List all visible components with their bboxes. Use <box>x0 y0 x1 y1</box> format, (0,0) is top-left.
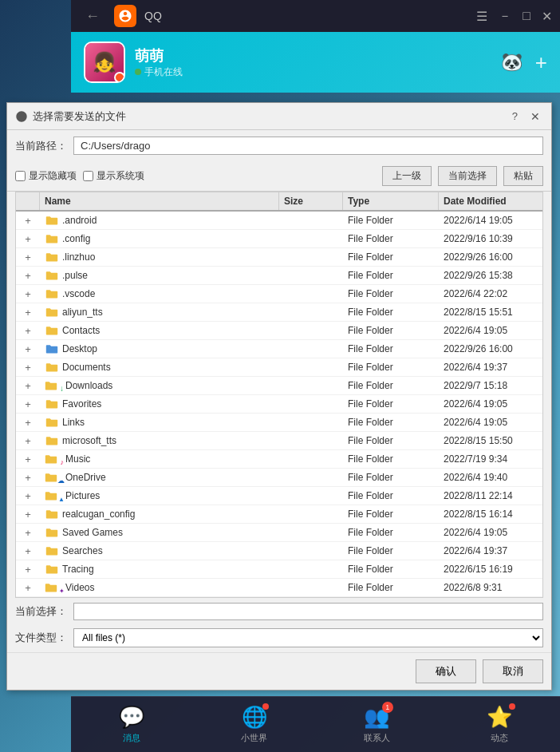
name-cell[interactable]: ♪Music <box>40 450 279 468</box>
add-cell[interactable]: + <box>16 303 40 321</box>
name-cell[interactable]: .config <box>40 230 279 247</box>
add-icon[interactable]: + <box>25 325 31 337</box>
add-cell[interactable]: + <box>16 414 40 431</box>
add-cell[interactable]: + <box>16 487 40 505</box>
name-cell[interactable]: Links <box>40 414 279 431</box>
add-cell[interactable]: + <box>16 432 40 449</box>
name-cell[interactable]: .linzhuo <box>40 248 279 266</box>
table-row[interactable]: + Tracing File Folder 2022/6/15 16:19 <box>16 560 542 579</box>
table-row[interactable]: + Saved Games File Folder 2022/6/4 19:05 <box>16 524 542 542</box>
table-row[interactable]: + ↓Downloads File Folder 2022/9/7 15:18 <box>16 377 542 395</box>
add-cell[interactable]: + <box>16 469 40 486</box>
table-row[interactable]: + Documents File Folder 2022/6/4 19:37 <box>16 358 542 377</box>
table-row[interactable]: + ✦Videos File Folder 2022/6/8 9:31 <box>16 579 542 597</box>
show-hidden-input[interactable] <box>15 171 26 181</box>
close-button[interactable]: ✕ <box>542 9 552 24</box>
tab-messages[interactable]: 💬 消息 <box>109 702 154 747</box>
add-icon[interactable]: + <box>25 215 31 227</box>
maximize-button[interactable]: □ <box>523 9 530 23</box>
name-cell[interactable]: ✦Videos <box>40 579 279 596</box>
current-select-input[interactable] <box>73 603 543 620</box>
table-row[interactable]: + .vscode File Folder 2022/6/4 22:02 <box>16 285 542 303</box>
menu-icon[interactable]: ☰ <box>476 9 487 24</box>
name-cell[interactable]: Tracing <box>40 560 279 578</box>
add-icon[interactable]: + <box>25 398 31 410</box>
name-cell[interactable]: Searches <box>40 542 279 560</box>
table-row[interactable]: + Favorites File Folder 2022/6/4 19:05 <box>16 395 542 414</box>
add-cell[interactable]: + <box>16 542 40 560</box>
add-cell[interactable]: + <box>16 285 40 303</box>
show-hidden-checkbox[interactable]: 显示隐藏项 <box>15 169 77 183</box>
name-cell[interactable]: .pulse <box>40 267 279 284</box>
name-cell[interactable]: .vscode <box>40 285 279 303</box>
col-header-date[interactable]: Date Modified <box>439 192 542 210</box>
table-row[interactable]: + Searches File Folder 2022/6/4 19:37 <box>16 542 542 560</box>
add-icon[interactable]: + <box>25 362 31 374</box>
back-button[interactable]: ← <box>79 5 106 28</box>
add-cell[interactable]: + <box>16 267 40 284</box>
table-row[interactable]: + .config File Folder 2022/9/16 10:39 <box>16 230 542 248</box>
table-row[interactable]: + microsoft_tts File Folder 2022/8/15 15… <box>16 432 542 450</box>
add-icon[interactable]: + <box>25 545 31 557</box>
add-cell[interactable]: + <box>16 230 40 247</box>
add-cell[interactable]: + <box>16 212 40 229</box>
show-system-input[interactable] <box>83 171 93 181</box>
table-row[interactable]: + aliyun_tts File Folder 2022/8/15 15:51 <box>16 303 542 322</box>
table-row[interactable]: + .pulse File Folder 2022/9/26 15:38 <box>16 267 542 285</box>
add-icon[interactable]: + <box>25 343 31 355</box>
name-cell[interactable]: Documents <box>40 358 279 376</box>
add-cell[interactable]: + <box>16 358 40 376</box>
tab-world[interactable]: 🌐 小世界 <box>231 702 277 747</box>
name-cell[interactable]: ↓Downloads <box>40 377 279 394</box>
table-row[interactable]: + .linzhuo File Folder 2022/9/26 16:00 <box>16 248 542 267</box>
profile-icon[interactable]: 🐼 <box>501 52 523 73</box>
name-cell[interactable]: Contacts <box>40 322 279 339</box>
add-icon[interactable]: + <box>25 527 31 539</box>
dialog-help-button[interactable]: ? <box>512 110 518 122</box>
add-icon[interactable]: + <box>25 472 31 484</box>
file-type-select[interactable]: All files (*) <box>73 628 543 647</box>
add-cell[interactable]: + <box>16 377 40 394</box>
up-level-button[interactable]: 上一级 <box>382 166 432 186</box>
cancel-button[interactable]: 取消 <box>483 659 543 683</box>
current-select-button[interactable]: 当前选择 <box>438 166 497 186</box>
add-cell[interactable]: + <box>16 560 40 578</box>
table-row[interactable]: + Links File Folder 2022/6/4 19:05 <box>16 414 542 432</box>
table-row[interactable]: + Desktop File Folder 2022/9/26 16:00 <box>16 340 542 358</box>
add-icon[interactable]: + <box>25 251 31 263</box>
add-cell[interactable]: + <box>16 248 40 266</box>
col-header-size[interactable]: Size <box>279 192 343 210</box>
name-cell[interactable]: Favorites <box>40 395 279 413</box>
dialog-close-button[interactable]: ✕ <box>527 109 543 125</box>
minimize-button[interactable]: － <box>499 8 511 25</box>
add-cell[interactable]: + <box>16 524 40 541</box>
add-cell[interactable]: + <box>16 322 40 339</box>
name-cell[interactable]: ▲Pictures <box>40 487 279 505</box>
name-cell[interactable]: ☁OneDrive <box>40 469 279 486</box>
add-icon[interactable]: + <box>25 582 31 594</box>
name-cell[interactable]: aliyun_tts <box>40 303 279 321</box>
file-list-container[interactable]: Name Size Type Date Modified + .android … <box>15 192 543 598</box>
table-row[interactable]: + ▲Pictures File Folder 2022/8/11 22:14 <box>16 487 542 505</box>
name-cell[interactable]: Desktop <box>40 340 279 358</box>
table-row[interactable]: + ♪Music File Folder 2022/7/19 9:34 <box>16 450 542 469</box>
name-cell[interactable]: .android <box>40 212 279 229</box>
add-icon[interactable]: + <box>25 417 31 429</box>
add-icon[interactable]: + <box>25 490 31 502</box>
add-icon[interactable]: + <box>535 50 547 75</box>
add-icon[interactable]: + <box>25 380 31 392</box>
confirm-button[interactable]: 确认 <box>416 659 476 683</box>
col-header-name[interactable]: Name <box>40 192 279 210</box>
add-cell[interactable]: + <box>16 579 40 596</box>
add-cell[interactable]: + <box>16 395 40 413</box>
tab-contacts[interactable]: 👥 联系人 1 <box>354 702 400 747</box>
col-header-type[interactable]: Type <box>343 192 439 210</box>
add-icon[interactable]: + <box>25 435 31 447</box>
name-cell[interactable]: microsoft_tts <box>40 432 279 449</box>
add-icon[interactable]: + <box>25 270 31 282</box>
path-input[interactable] <box>73 137 543 155</box>
tab-moments[interactable]: ⭐ 动态 <box>477 702 522 747</box>
name-cell[interactable]: realcugan_config <box>40 505 279 523</box>
add-cell[interactable]: + <box>16 340 40 358</box>
paste-button[interactable]: 粘贴 <box>503 166 543 186</box>
